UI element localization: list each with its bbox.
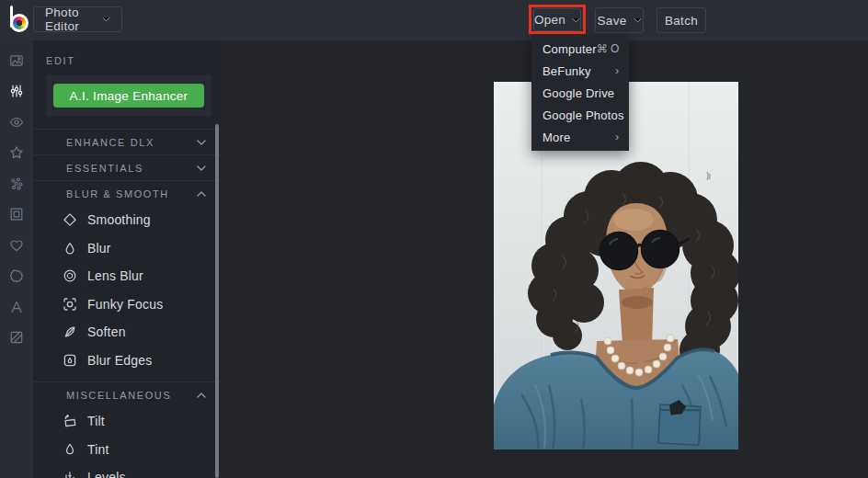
menu-item-shortcut: ⌘ O [597, 42, 620, 55]
section-blur-smooth[interactable]: BLUR & SMOOTH [33, 180, 221, 206]
rail-text-icon[interactable] [0, 291, 33, 323]
section-label: MISCELLANEOUS [66, 390, 171, 401]
tool-funky-focus[interactable]: Funky Focus [33, 290, 221, 319]
tilt-icon [63, 414, 77, 428]
open-dropdown-menu: Computer ⌘ O BeFunky › Google Drive Goog… [531, 35, 629, 151]
rail-adjustments-icon[interactable] [0, 76, 33, 108]
section-essentials[interactable]: ESSENTIALS [33, 154, 221, 180]
rail-effects-star-icon[interactable] [0, 138, 33, 169]
tool-lens-blur[interactable]: Lens Blur [33, 262, 221, 290]
rail-graphics-heart-icon[interactable] [0, 230, 33, 261]
befunky-logo[interactable] [8, 5, 32, 34]
tool-tint[interactable]: Tint [33, 436, 221, 464]
tool-blur-edges[interactable]: Blur Edges [33, 347, 221, 375]
spacer [33, 374, 221, 381]
tool-label: Funky Focus [87, 297, 163, 312]
chevron-down-icon [634, 17, 642, 23]
tool-label: Soften [87, 324, 126, 339]
tool-soften[interactable]: Soften [33, 318, 221, 347]
soften-feather-icon [63, 324, 77, 339]
menu-item-google-photos[interactable]: Google Photos [531, 104, 629, 126]
blur-edges-icon [63, 353, 77, 368]
rail-textures-icon[interactable] [0, 323, 33, 354]
logo-color-wheel [10, 14, 29, 32]
tool-label: Smoothing [87, 212, 151, 227]
rail-frames-icon[interactable] [0, 199, 33, 231]
levels-icon [63, 470, 77, 478]
ai-enhancer-card: A.I. Image Enhancer [46, 75, 211, 116]
chevron-up-icon [197, 191, 206, 197]
menu-item-label: More [542, 131, 570, 144]
rail-touchup-eye-icon[interactable] [0, 107, 33, 138]
chevron-down-icon [102, 17, 110, 22]
menu-item-google-drive[interactable]: Google Drive [531, 82, 629, 104]
rail-artsy-icon[interactable] [0, 168, 33, 199]
chevron-up-icon [197, 393, 206, 398]
save-button[interactable]: Save [595, 7, 644, 33]
funky-focus-icon [63, 297, 77, 312]
tool-tilt[interactable]: Tilt [33, 407, 221, 436]
menu-item-computer[interactable]: Computer ⌘ O [531, 38, 629, 60]
smoothing-diamond-icon [63, 212, 77, 227]
tool-label: Tint [87, 442, 109, 457]
rail-overlays-badge-icon[interactable] [0, 261, 33, 292]
section-label: BLUR & SMOOTH [66, 188, 169, 199]
tool-label: Blur [87, 241, 111, 256]
blur-droplet-icon [63, 241, 77, 256]
open-button-label: Open [534, 13, 565, 27]
chevron-down-icon [197, 140, 206, 145]
menu-item-label: BeFunky [542, 64, 591, 78]
tool-rail [0, 40, 33, 478]
app-switcher-label: Photo Editor [45, 6, 96, 33]
menu-item-label: Google Drive [542, 86, 614, 100]
tool-label: Blur Edges [87, 353, 152, 368]
tool-label: Tilt [87, 414, 105, 428]
panel-title: EDIT [46, 55, 74, 66]
submenu-arrow-icon: › [615, 64, 619, 77]
menu-item-more[interactable]: More › [531, 126, 629, 148]
save-button-label: Save [598, 14, 627, 28]
section-label: ESSENTIALS [66, 163, 143, 174]
ai-image-enhancer-button[interactable]: A.I. Image Enhancer [53, 84, 204, 108]
tool-smoothing[interactable]: Smoothing [33, 206, 221, 234]
panel-sections: ENHANCE DLX ESSENTIALS BLUR & SMOOTH Smo… [33, 129, 221, 478]
tool-label: Lens Blur [87, 268, 143, 283]
tool-levels[interactable]: Levels [33, 463, 221, 478]
section-miscellaneous[interactable]: MISCELLANEOUS [33, 381, 221, 407]
topbar: Photo Editor Open Save Batch [0, 0, 868, 40]
batch-button-label: Batch [665, 14, 698, 28]
edit-panel: EDIT A.I. Image Enhancer ENHANCE DLX ESS… [33, 40, 221, 478]
tint-droplet-icon [63, 442, 77, 457]
tool-label: Levels [87, 470, 126, 478]
section-enhance-dlx[interactable]: ENHANCE DLX [33, 129, 221, 154]
tool-blur[interactable]: Blur [33, 234, 221, 263]
chevron-down-icon [197, 165, 206, 171]
submenu-arrow-icon: › [615, 131, 619, 143]
section-label: ENHANCE DLX [66, 137, 154, 148]
rail-photo-icon[interactable] [0, 45, 33, 76]
lens-blur-icon [63, 268, 77, 283]
open-button[interactable]: Open [533, 8, 581, 31]
panel-scrollbar[interactable] [215, 124, 219, 478]
app-switcher-button[interactable]: Photo Editor [33, 6, 122, 32]
menu-item-label: Computer [542, 42, 597, 56]
chevron-down-icon [572, 17, 580, 23]
menu-item-befunky[interactable]: BeFunky › [531, 60, 629, 82]
batch-button[interactable]: Batch [657, 7, 706, 33]
menu-item-label: Google Photos [542, 108, 624, 122]
